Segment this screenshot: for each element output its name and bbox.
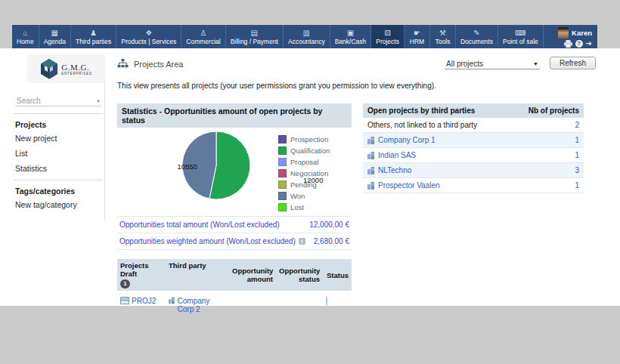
third-party-link[interactable]: NLTechno bbox=[378, 166, 411, 174]
draft-status-icon bbox=[326, 296, 327, 306]
pie-chart-region: 10550 12000 Prospection Qualification Pr… bbox=[117, 128, 352, 216]
tab-documents[interactable]: ✎Documents bbox=[456, 25, 498, 48]
legend-item: Lost bbox=[278, 202, 330, 213]
logout-icon[interactable]: ➔ bbox=[586, 40, 592, 48]
legend-swatch-negociation bbox=[278, 169, 287, 177]
info-icon[interactable]: i bbox=[299, 238, 305, 245]
help-icon[interactable]: ? bbox=[575, 40, 583, 48]
total-amount-link[interactable]: Opportunities total amount (Won/Lost exc… bbox=[119, 221, 280, 229]
statistics-header: Statistics - Opportunities amount of ope… bbox=[117, 103, 352, 128]
user-box: Karen ? ➔ bbox=[555, 25, 597, 48]
table-row: Others, not linked to a third party 2 bbox=[363, 118, 584, 133]
ledger-icon: ▥ bbox=[303, 29, 310, 37]
tab-point-of-sale[interactable]: ⌨Point of sale bbox=[498, 25, 544, 48]
legend-swatch-pending bbox=[278, 180, 287, 189]
third-party-link[interactable]: Company Corp 1 bbox=[378, 136, 436, 144]
legend-swatch-won bbox=[278, 192, 287, 200]
chevron-down-icon: ▾ bbox=[97, 98, 100, 104]
tab-bank-cash[interactable]: ▣Bank/Cash bbox=[330, 25, 372, 48]
calendar-icon: ▦ bbox=[51, 29, 58, 37]
company-icon bbox=[367, 137, 375, 144]
table-row: PROJ2 Company Corp 2 bbox=[117, 291, 352, 316]
products-icon: ❖ bbox=[145, 29, 152, 37]
bank-icon: ▣ bbox=[347, 29, 354, 37]
table-row: NLTechno 3 bbox=[363, 163, 584, 178]
legend-swatch-lost bbox=[278, 203, 287, 211]
company-icon bbox=[367, 152, 375, 159]
company-icon bbox=[367, 167, 375, 174]
tab-billing-payment[interactable]: ▤Billing / Payment bbox=[226, 25, 284, 48]
project-count-link[interactable]: 1 bbox=[575, 151, 579, 159]
divider bbox=[14, 180, 103, 180]
tab-products-services[interactable]: ❖Products | Services bbox=[116, 25, 181, 48]
legend-item: Prospection bbox=[278, 134, 330, 145]
project-count-link[interactable]: 2 bbox=[575, 121, 579, 129]
third-party-link[interactable]: Company Corp 2 bbox=[178, 297, 226, 313]
tab-tools[interactable]: ⚒Tools bbox=[430, 25, 456, 48]
table-row: Indian SAS 1 bbox=[363, 148, 584, 163]
third-party-label: Others, not linked to a third party bbox=[367, 121, 477, 129]
people-icon: ♟ bbox=[90, 29, 97, 37]
third-party-link[interactable]: Prospector Vaalen bbox=[378, 181, 440, 190]
project-ref-link[interactable]: PROJ2 bbox=[132, 297, 156, 305]
logo-text: G.M.G. bbox=[61, 63, 92, 72]
sidebar-item-new-tag[interactable]: New tag/category bbox=[15, 200, 104, 209]
draft-projects-table: Projects Draft 1 Third party Opportunity… bbox=[117, 259, 352, 316]
tab-commercial[interactable]: ♙Commercial bbox=[181, 25, 225, 48]
col-status: Status bbox=[323, 259, 352, 291]
col-opportunity-status: Opportunity status bbox=[276, 259, 323, 291]
logo-subtext: ENTERPRISES bbox=[61, 72, 92, 76]
tab-projects[interactable]: ⚄Projects bbox=[371, 25, 405, 48]
project-count-link[interactable]: 1 bbox=[575, 136, 579, 144]
logo-hexagon-icon bbox=[40, 59, 58, 79]
project-count-link[interactable]: 3 bbox=[575, 166, 579, 174]
third-party-link[interactable]: Indian SAS bbox=[378, 151, 416, 159]
tab-home[interactable]: ⌂Home bbox=[12, 25, 39, 48]
legend-swatch-proposal bbox=[278, 158, 287, 166]
tools-icon: ⚒ bbox=[439, 29, 446, 37]
sidebar-item-statistics[interactable]: Statistics bbox=[15, 164, 104, 173]
company-logo: G.M.G. ENTERPRISES bbox=[27, 54, 105, 83]
document-icon: ✎ bbox=[473, 29, 479, 37]
top-navbar: ⌂Home ▦Agenda ♟Third parties ❖Products |… bbox=[12, 25, 597, 48]
sidebar-item-new-project[interactable]: New project bbox=[15, 134, 104, 143]
sidebar-section-projects: Projects bbox=[15, 120, 104, 129]
legend-swatch-prospection bbox=[278, 135, 287, 143]
legend-item: Pending bbox=[278, 179, 330, 190]
tab-hrm[interactable]: ☛HRM bbox=[405, 25, 430, 48]
legend-item: Negociation bbox=[278, 168, 330, 179]
col-opportunity-amount: Opportunity amount bbox=[229, 259, 276, 291]
tab-agenda[interactable]: ▦Agenda bbox=[39, 25, 71, 48]
org-chart-icon bbox=[117, 59, 129, 69]
home-icon: ⌂ bbox=[23, 29, 27, 37]
left-sidebar: G.M.G. ENTERPRISES Search ▾ Projects New… bbox=[12, 54, 105, 221]
org-chart-icon: ⚄ bbox=[384, 29, 391, 37]
project-filter-select[interactable]: All projects ▼ bbox=[445, 59, 540, 69]
avatar[interactable] bbox=[558, 27, 569, 39]
pos-icon: ⌨ bbox=[515, 29, 525, 37]
legend-item: Proposal bbox=[278, 156, 330, 168]
pie-legend: Prospection Qualification Proposal Negoc… bbox=[278, 134, 330, 213]
project-count-link[interactable]: 1 bbox=[575, 181, 579, 190]
statistics-panel: Statistics - Opportunities amount of ope… bbox=[117, 103, 352, 316]
col-third-party: Third party bbox=[166, 259, 229, 291]
tab-third-parties[interactable]: ♟Third parties bbox=[71, 25, 116, 48]
tab-accountancy[interactable]: ▥Accountancy bbox=[284, 25, 330, 48]
sidebar-item-list[interactable]: List bbox=[15, 149, 104, 158]
draft-count-badge: 1 bbox=[120, 279, 130, 288]
folders-icon: ▤ bbox=[251, 29, 258, 37]
page-content: G.M.G. ENTERPRISES Search ▾ Projects New… bbox=[0, 48, 620, 306]
refresh-button[interactable]: Refresh bbox=[550, 57, 596, 69]
total-amount-row: Opportunities total amount (Won/Lost exc… bbox=[117, 217, 352, 233]
user-name: Karen bbox=[572, 29, 592, 37]
sidebar-search-select[interactable]: Search ▾ bbox=[15, 96, 101, 106]
open-projects-panel: Open projects by third parties Nb of pro… bbox=[363, 103, 584, 193]
total-amount-value: 12,000.00 € bbox=[309, 221, 349, 229]
pie-value-won: 10550 bbox=[164, 162, 197, 171]
printer-icon[interactable] bbox=[564, 40, 572, 48]
legend-swatch-qualification bbox=[278, 147, 287, 155]
weighted-amount-link[interactable]: Opportunities weighted amount (Won/Lost … bbox=[119, 237, 296, 245]
page-title: Projects Area bbox=[117, 59, 183, 69]
company-icon bbox=[169, 297, 175, 304]
opportunity-amount-rows: Opportunities total amount (Won/Lost exc… bbox=[117, 216, 352, 250]
